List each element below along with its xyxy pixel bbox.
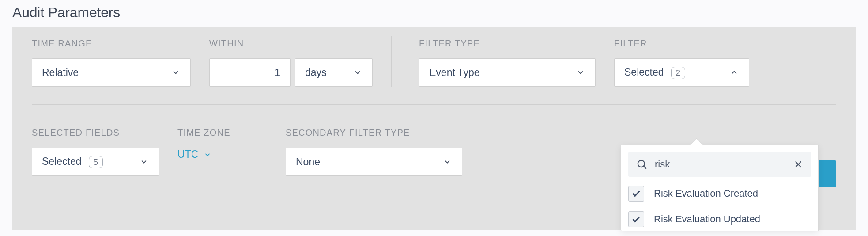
row-top: TIME RANGE Relative WITHIN days xyxy=(32,38,836,105)
secondary-filter-label: SECONDARY FILTER TYPE xyxy=(286,128,462,138)
checkbox-checked-icon[interactable] xyxy=(628,186,644,202)
filter-type-field: FILTER TYPE Event Type xyxy=(419,38,596,87)
time-zone-value: UTC xyxy=(177,148,198,160)
filter-option-label: Risk Evaluation Updated xyxy=(654,213,760,225)
selected-fields-text: Selected 5 xyxy=(42,156,103,168)
filter-label: FILTER xyxy=(614,38,749,49)
chevron-down-icon xyxy=(139,157,149,167)
selected-fields-label: SELECTED FIELDS xyxy=(32,128,159,138)
time-range-field: TIME RANGE Relative xyxy=(32,38,191,87)
selected-fields-select[interactable]: Selected 5 xyxy=(32,148,159,176)
time-range-value: Relative xyxy=(42,67,79,79)
secondary-filter-field: SECONDARY FILTER TYPE None xyxy=(286,128,462,176)
within-label: WITHIN xyxy=(209,38,373,49)
chevron-down-icon xyxy=(442,157,452,167)
filter-dropdown: Risk Evaluation Created Risk Evaluation … xyxy=(621,145,819,231)
filter-option[interactable]: Risk Evaluation Updated xyxy=(628,211,811,227)
selected-fields-word: Selected xyxy=(42,156,82,167)
filter-search-box xyxy=(628,152,811,177)
filter-select[interactable]: Selected 2 xyxy=(614,58,749,87)
filter-selected-text: Selected 2 xyxy=(624,66,685,79)
within-unit-select[interactable]: days xyxy=(295,58,373,87)
filter-options-list: Risk Evaluation Created Risk Evaluation … xyxy=(621,180,818,231)
filter-type-label: FILTER TYPE xyxy=(419,38,596,49)
chevron-down-icon xyxy=(203,150,212,160)
selected-fields-field: SELECTED FIELDS Selected 5 xyxy=(32,128,159,176)
within-group: days xyxy=(209,58,373,87)
audit-parameters-panel: TIME RANGE Relative WITHIN days xyxy=(12,27,856,230)
page-title: Audit Parameters xyxy=(12,0,856,27)
svg-point-0 xyxy=(638,160,645,167)
within-field: WITHIN days xyxy=(209,38,373,87)
selected-fields-count-badge: 5 xyxy=(89,156,103,168)
time-zone-field: TIME ZONE UTC xyxy=(177,128,248,160)
filter-selected-word: Selected xyxy=(624,66,664,78)
within-unit-value: days xyxy=(305,67,327,79)
filter-count-badge: 2 xyxy=(671,67,685,79)
vertical-divider xyxy=(267,125,267,176)
chevron-up-icon xyxy=(729,68,739,77)
clear-search-icon[interactable] xyxy=(793,160,803,169)
filter-search-input[interactable] xyxy=(655,159,786,170)
svg-line-1 xyxy=(644,166,646,168)
chevron-down-icon xyxy=(353,68,362,77)
time-range-select[interactable]: Relative xyxy=(32,58,191,87)
vertical-divider xyxy=(391,36,392,87)
time-range-label: TIME RANGE xyxy=(32,38,191,49)
time-zone-select[interactable]: UTC xyxy=(177,148,248,160)
checkbox-checked-icon[interactable] xyxy=(628,211,644,227)
chevron-down-icon xyxy=(576,68,585,77)
filter-field: FILTER Selected 2 xyxy=(614,38,749,87)
search-icon xyxy=(636,159,648,170)
filter-type-select[interactable]: Event Type xyxy=(419,58,596,87)
filter-option-label: Risk Evaluation Created xyxy=(654,188,758,199)
within-value-input[interactable] xyxy=(209,58,291,87)
chevron-down-icon xyxy=(171,68,181,77)
secondary-filter-select[interactable]: None xyxy=(286,148,462,176)
filter-option[interactable]: Risk Evaluation Created xyxy=(628,186,811,202)
time-zone-label: TIME ZONE xyxy=(177,128,248,138)
filter-type-value: Event Type xyxy=(429,67,480,79)
secondary-filter-value: None xyxy=(296,156,320,168)
